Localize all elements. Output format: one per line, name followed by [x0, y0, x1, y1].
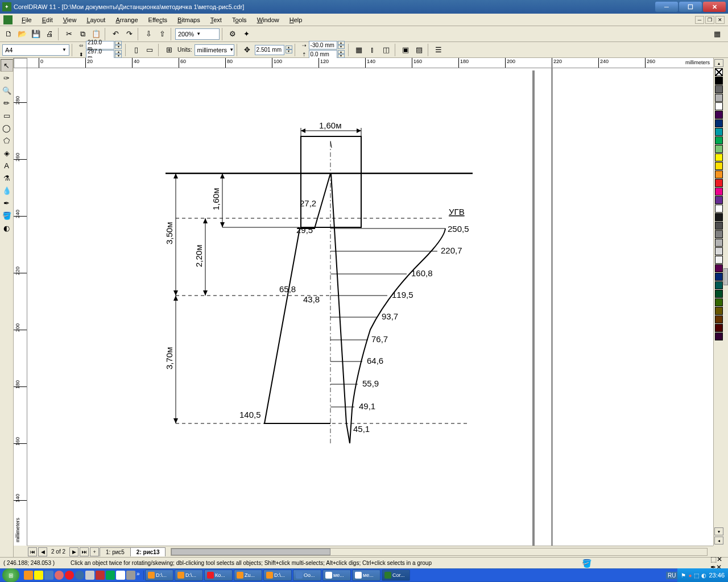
- basic-shapes-tool[interactable]: ◈: [1, 147, 13, 159]
- new-button[interactable]: 🗋: [2, 28, 15, 40]
- interactive-blend-tool[interactable]: ⚗: [1, 172, 13, 184]
- undo-button[interactable]: ↶: [109, 28, 122, 40]
- window-minimize-button[interactable]: ─: [655, 2, 678, 12]
- color-swatch[interactable]: [715, 281, 723, 289]
- treat-as-filled-button[interactable]: ▣: [399, 44, 412, 56]
- height-spinner[interactable]: ▴▾: [115, 50, 122, 59]
- start-button[interactable]: ⊞: [2, 568, 19, 582]
- eyedropper-tool[interactable]: 💧: [1, 184, 13, 197]
- page-add-button[interactable]: +: [90, 547, 99, 556]
- color-swatch[interactable]: [715, 205, 723, 213]
- color-swatch[interactable]: [715, 196, 723, 204]
- tray-icon[interactable]: ⚑: [681, 572, 686, 579]
- ql-expand-button[interactable]: »: [136, 571, 141, 580]
- taskbar-task[interactable]: D:\...: [175, 569, 203, 581]
- color-swatch[interactable]: [715, 111, 723, 119]
- snap-to-objects-button[interactable]: ◫: [380, 44, 392, 56]
- dupy-spinner[interactable]: ▴▾: [338, 50, 345, 59]
- ql-icon[interactable]: [85, 571, 94, 580]
- language-indicator[interactable]: RU: [666, 572, 677, 579]
- snap-to-guidelines-button[interactable]: ⫿: [366, 44, 379, 56]
- rectangle-tool[interactable]: ▭: [1, 109, 13, 122]
- color-swatch[interactable]: [715, 102, 723, 110]
- page-tab-1[interactable]: 1: рис5: [100, 547, 131, 556]
- ql-icon[interactable]: [106, 571, 115, 580]
- zoom-tool[interactable]: 🔍: [1, 84, 13, 97]
- paste-button[interactable]: 📋: [90, 28, 102, 40]
- color-swatch[interactable]: [715, 145, 723, 153]
- color-swatch[interactable]: [715, 230, 723, 238]
- page-tab-2[interactable]: 2: рис13: [130, 547, 166, 556]
- menu-layout[interactable]: Layout: [82, 15, 110, 24]
- menu-arrange[interactable]: Arrange: [111, 15, 142, 24]
- ql-icon[interactable]: [34, 571, 43, 580]
- duplicate-y-field[interactable]: 0.0 mm: [309, 50, 337, 59]
- color-swatch[interactable]: [715, 188, 723, 196]
- taskbar-task[interactable]: Cor...: [382, 569, 410, 581]
- color-swatch[interactable]: [715, 77, 723, 85]
- color-swatch[interactable]: [715, 256, 723, 264]
- print-button[interactable]: 🖨: [43, 28, 56, 40]
- palette-up-button[interactable]: ▴: [714, 59, 723, 67]
- ql-icon[interactable]: [55, 571, 64, 580]
- copy-button[interactable]: ⧉: [76, 28, 89, 40]
- redo-button[interactable]: ↷: [123, 28, 135, 40]
- portrait-button[interactable]: ▯: [130, 44, 142, 56]
- page-last-button[interactable]: ⏭: [80, 547, 89, 556]
- units-combo[interactable]: millimeters▼: [195, 44, 234, 56]
- palette-down-button[interactable]: ▾: [714, 527, 723, 535]
- taskbar-task[interactable]: Ко...: [204, 569, 233, 581]
- page-first-button[interactable]: ⏮: [28, 547, 37, 556]
- options-button[interactable]: ☰: [432, 44, 445, 56]
- taskbar-clock[interactable]: 23:46: [709, 572, 725, 579]
- ql-icon[interactable]: [65, 571, 74, 580]
- color-swatch[interactable]: [715, 136, 723, 144]
- color-swatch[interactable]: [715, 119, 723, 127]
- color-swatch[interactable]: [715, 222, 723, 230]
- color-swatch[interactable]: [715, 332, 723, 340]
- zoom-combo[interactable]: 200%▼: [175, 28, 220, 40]
- corel-online-button[interactable]: ✦: [240, 28, 253, 40]
- window-close-button[interactable]: ✕: [703, 2, 726, 12]
- doc-minimize-button[interactable]: ─: [695, 16, 704, 24]
- save-button[interactable]: 💾: [30, 28, 42, 40]
- duplicate-x-field[interactable]: -30.0 mm: [309, 41, 337, 49]
- menu-effects[interactable]: Effects: [144, 15, 172, 24]
- vertical-ruler[interactable]: 280260240220200180160140: [14, 68, 27, 546]
- horizontal-ruler[interactable]: 020406080100120140160180200220240260: [27, 58, 713, 68]
- ql-icon[interactable]: [24, 571, 33, 580]
- import-button[interactable]: ⇩: [142, 28, 155, 40]
- polygon-tool[interactable]: ⬠: [1, 134, 13, 147]
- width-spinner[interactable]: ▴▾: [115, 41, 122, 49]
- ellipse-tool[interactable]: ◯: [1, 122, 13, 134]
- menu-file[interactable]: File: [17, 15, 36, 24]
- menu-tools[interactable]: Tools: [228, 15, 251, 24]
- draw-complex-button[interactable]: ▨: [413, 44, 425, 56]
- dupx-spinner[interactable]: ▴▾: [338, 41, 345, 49]
- paper-size-combo[interactable]: A4▼: [2, 44, 69, 56]
- menu-bitmaps[interactable]: Bitmaps: [173, 15, 205, 24]
- tray-icon[interactable]: ◐: [701, 572, 706, 579]
- color-swatch[interactable]: [715, 239, 723, 247]
- menu-window[interactable]: Window: [253, 15, 284, 24]
- page-height-field[interactable]: 297.0 m…: [86, 50, 114, 59]
- nudge-field[interactable]: 2.501 mm: [255, 45, 284, 55]
- canvas[interactable]: 1,60м 3,50м 1,60м 2,20м: [27, 68, 713, 546]
- shape-tool[interactable]: ✑: [1, 72, 13, 84]
- drawing-units-button[interactable]: ⊞: [163, 44, 175, 56]
- swatch-none[interactable]: [715, 68, 723, 76]
- ql-icon[interactable]: [116, 571, 125, 580]
- color-swatch[interactable]: [715, 171, 723, 178]
- color-swatch[interactable]: [715, 315, 723, 323]
- color-swatch[interactable]: [715, 128, 723, 136]
- fill-tool[interactable]: 🪣: [1, 209, 13, 222]
- taskbar-task[interactable]: D:\...: [145, 569, 173, 581]
- color-swatch[interactable]: [715, 162, 723, 170]
- page-next-button[interactable]: ▶: [69, 547, 78, 556]
- color-swatch[interactable]: [715, 290, 723, 298]
- ql-icon[interactable]: [96, 571, 105, 580]
- outline-tool[interactable]: ✒: [1, 197, 13, 209]
- app-launcher-button[interactable]: ⚙: [226, 28, 239, 40]
- taskbar-task[interactable]: Zu...: [234, 569, 262, 581]
- open-button[interactable]: 📂: [16, 28, 28, 40]
